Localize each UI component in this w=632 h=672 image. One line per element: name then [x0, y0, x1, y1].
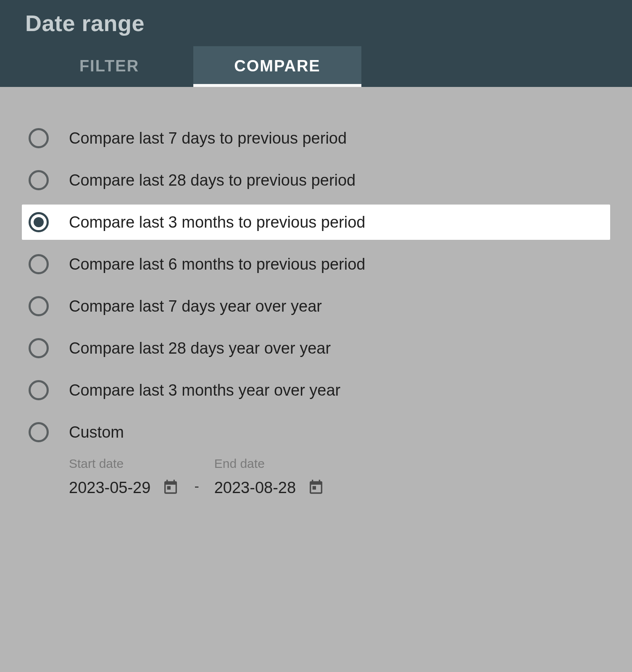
radio-icon — [29, 254, 49, 274]
start-date-label: Start date — [69, 457, 179, 471]
radio-option-7days-yoy[interactable]: Compare last 7 days year over year — [22, 289, 610, 324]
content-area: Compare last 7 days to previous period C… — [0, 87, 632, 514]
start-date-group: Start date 2023-05-29 — [69, 457, 179, 497]
radio-label: Compare last 28 days to previous period — [69, 171, 356, 189]
header: Date range FILTER COMPARE — [0, 0, 632, 87]
radio-label: Compare last 3 months year over year — [69, 381, 340, 399]
start-date-row: 2023-05-29 — [69, 478, 179, 497]
radio-label: Compare last 28 days year over year — [69, 339, 331, 357]
radio-option-3months-yoy[interactable]: Compare last 3 months year over year — [22, 373, 610, 408]
end-date-value[interactable]: 2023-08-28 — [214, 479, 296, 497]
tab-filter[interactable]: FILTER — [25, 46, 193, 87]
calendar-icon[interactable] — [162, 478, 179, 495]
radio-label: Compare last 7 days to previous period — [69, 129, 347, 147]
radio-label: Compare last 6 months to previous period — [69, 255, 365, 273]
start-date-value[interactable]: 2023-05-29 — [69, 479, 150, 497]
tab-compare[interactable]: COMPARE — [193, 46, 361, 87]
radio-option-7days-prev[interactable]: Compare last 7 days to previous period — [22, 121, 610, 156]
radio-icon — [29, 170, 49, 190]
radio-icon — [29, 296, 49, 316]
end-date-group: End date 2023-08-28 — [214, 457, 324, 497]
radio-option-6months-prev[interactable]: Compare last 6 months to previous period — [22, 247, 610, 282]
radio-option-28days-prev[interactable]: Compare last 28 days to previous period — [22, 163, 610, 198]
radio-icon — [29, 212, 49, 232]
tabs-bar: FILTER COMPARE — [25, 46, 607, 87]
tab-compare-label: COMPARE — [234, 57, 320, 75]
radio-option-28days-yoy[interactable]: Compare last 28 days year over year — [22, 331, 610, 366]
tab-filter-label: FILTER — [79, 57, 139, 75]
radio-icon — [29, 422, 49, 442]
date-separator: - — [191, 478, 202, 497]
radio-option-custom[interactable]: Custom — [22, 415, 610, 450]
radio-label: Custom — [69, 423, 124, 441]
calendar-icon[interactable] — [308, 478, 324, 495]
radio-icon — [29, 338, 49, 358]
date-range-section: Start date 2023-05-29 - End date 2023-08… — [22, 457, 610, 497]
panel-title: Date range — [25, 10, 607, 45]
end-date-row: 2023-08-28 — [214, 478, 324, 497]
radio-icon — [29, 380, 49, 400]
radio-label: Compare last 7 days year over year — [69, 297, 322, 315]
radio-option-3months-prev[interactable]: Compare last 3 months to previous period — [22, 205, 610, 240]
radio-icon — [29, 128, 49, 148]
radio-label: Compare last 3 months to previous period — [69, 213, 365, 231]
end-date-label: End date — [214, 457, 324, 471]
